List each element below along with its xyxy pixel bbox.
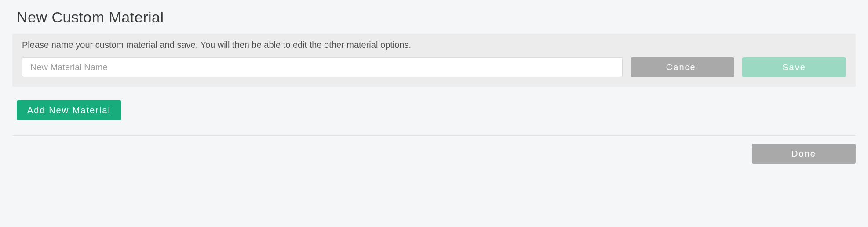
add-new-material-button[interactable]: Add New Material — [17, 100, 121, 120]
save-button[interactable]: Save — [742, 57, 846, 77]
instructions-text: Please name your custom material and sav… — [22, 40, 846, 50]
footer-row: Done — [12, 144, 856, 164]
actions-area: Add New Material — [17, 100, 856, 120]
new-material-panel: Please name your custom material and sav… — [12, 34, 856, 87]
section-divider — [12, 135, 856, 136]
cancel-button[interactable]: Cancel — [631, 57, 734, 77]
page-title: New Custom Material — [17, 9, 856, 26]
form-row: Cancel Save — [22, 57, 846, 77]
material-name-input[interactable] — [22, 57, 623, 77]
done-button[interactable]: Done — [752, 144, 856, 164]
